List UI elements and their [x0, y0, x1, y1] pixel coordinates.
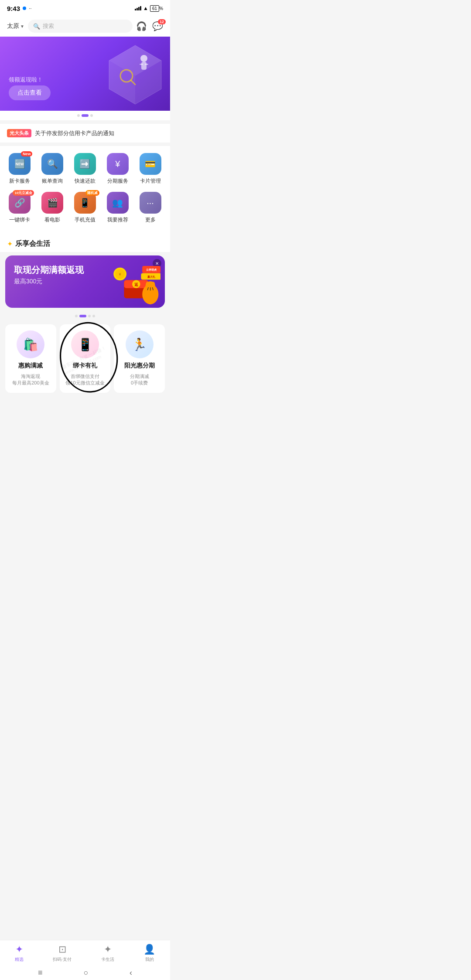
repay-label: 快速还款	[75, 177, 96, 185]
installment-icon: ¥	[107, 153, 129, 175]
section-title: ✦ 乐享会生活	[0, 234, 170, 252]
dot-1	[77, 114, 80, 117]
card-discount-title: 惠购满减	[18, 362, 43, 370]
promo-dot-4	[92, 315, 95, 317]
dot-2	[82, 114, 89, 117]
svg-text:云养萌虎: 云养萌虎	[146, 268, 157, 271]
promo-dot-2	[79, 315, 86, 317]
card-manage-label: 卡片管理	[140, 177, 161, 185]
svg-point-4	[140, 55, 147, 62]
status-dots: ··	[29, 5, 32, 11]
menu-item-refer[interactable]: 👥 我要推荐	[102, 192, 133, 224]
bind-card-icon: 🔗 10元立减金	[9, 192, 31, 214]
svg-rect-7	[145, 64, 148, 65]
svg-text:赢大礼: 赢大礼	[147, 275, 156, 278]
svg-text:¥: ¥	[119, 272, 122, 276]
dot-3	[90, 114, 93, 117]
quick-menu: 🆕 New 新卡服务 🔍 账单查询 ➡️ 快速还款 ¥	[0, 146, 170, 234]
bind-card-label: 一键绑卡	[9, 216, 30, 224]
menu-item-repay[interactable]: ➡️ 快速还款	[69, 153, 101, 185]
promo-dots	[0, 311, 170, 319]
status-time: 9:43	[7, 5, 20, 12]
menu-item-bill[interactable]: 🔍 账单查询	[37, 153, 68, 185]
card-discount-image: 🛍️	[17, 330, 44, 358]
card-bind[interactable]: 📱 绑卡有礼 首绑微信支付领10元微信立减金	[60, 324, 111, 393]
wifi-icon: ▲	[143, 5, 148, 11]
promo-decoration: 返 ¥ 云养萌虎	[104, 260, 160, 308]
notice-text: 关于停发部分信用卡产品的通知	[35, 129, 114, 137]
installment-label: 分期服务	[107, 177, 128, 185]
refer-icon: 👥	[107, 192, 129, 214]
location-selector[interactable]: 太原 ▼	[7, 22, 24, 30]
new-card-icon: 🆕 New	[9, 153, 31, 175]
location-arrow-icon: ▼	[20, 24, 24, 29]
refer-label: 我要推荐	[107, 216, 128, 224]
svg-point-20	[152, 282, 155, 286]
banner-dots	[0, 111, 170, 120]
promo-banner[interactable]: ✕ 取现分期满额返现 最高300元 返 ¥	[5, 255, 165, 308]
section-label: 乐享会生活	[15, 239, 50, 248]
svg-rect-5	[141, 62, 147, 70]
notice-tag: 光大头条	[7, 129, 31, 137]
svg-point-19	[146, 282, 149, 286]
menu-row-1: 🆕 New 新卡服务 🔍 账单查询 ➡️ 快速还款 ¥	[3, 153, 167, 185]
message-button[interactable]: 💬 12	[152, 21, 163, 31]
menu-item-installment[interactable]: ¥ 分期服务	[102, 153, 133, 185]
banner-decoration	[96, 37, 170, 111]
new-card-label: 新卡服务	[9, 177, 30, 185]
recharge-icon: 📱 随机减	[74, 192, 96, 214]
recharge-label: 手机充值	[75, 216, 96, 224]
menu-row-2: 🔗 10元立减金 一键绑卡 🎬 看电影 📱 随机减 手机充值	[3, 192, 167, 224]
repay-icon: ➡️	[74, 153, 96, 175]
menu-item-recharge[interactable]: 📱 随机减 手机充值	[69, 192, 101, 224]
header-actions: 🎧 💬 12	[136, 21, 163, 31]
more-label: 更多	[145, 216, 156, 224]
more-icon: ···	[140, 192, 161, 214]
search-icon: 🔍	[33, 23, 40, 30]
banner-cta-button[interactable]: 点击查看	[9, 85, 51, 100]
location-text: 太原	[7, 22, 19, 30]
card-discount[interactable]: 🛍️ 惠购满减 海淘返现每月最高200美金	[5, 324, 56, 393]
notice-bar[interactable]: 光大头条 关于停发部分信用卡产品的通知	[0, 124, 170, 143]
card-sunshine[interactable]: 🏃 阳光惠分期 分期满减0手续费	[114, 324, 165, 393]
header: 太原 ▼ 🔍 搜索 🎧 💬 12	[0, 16, 170, 37]
card-bind-image: 📱	[71, 330, 99, 358]
message-badge: 12	[158, 19, 166, 24]
status-bar: 9:43 ·· ▲ 61%	[0, 0, 170, 16]
card-sunshine-image: 🏃	[126, 330, 154, 358]
bill-icon: 🔍	[41, 153, 63, 175]
banner-subtitle: 领额返现啦！	[9, 76, 51, 84]
search-input[interactable]: 搜索	[43, 22, 54, 30]
movie-icon: 🎬	[41, 192, 63, 214]
card-discount-desc: 海淘返现每月最高200美金	[12, 373, 49, 387]
menu-item-card-manage[interactable]: 💳 卡片管理	[135, 153, 166, 185]
promo-dot-3	[88, 315, 91, 317]
svg-rect-6	[140, 64, 143, 65]
card-manage-icon: 💳	[140, 153, 161, 175]
search-bar[interactable]: 🔍 搜索	[28, 20, 133, 33]
card-bind-desc: 首绑微信支付领10元微信立减金	[65, 373, 104, 387]
banner-content: 领额返现啦！ 点击查看	[0, 69, 59, 111]
headset-icon[interactable]: 🎧	[136, 21, 147, 31]
menu-item-more[interactable]: ··· 更多	[135, 192, 166, 224]
movie-label: 看电影	[44, 216, 60, 224]
battery-icon: 61%	[150, 5, 163, 12]
card-bind-title: 绑卡有礼	[73, 362, 97, 370]
menu-item-movie[interactable]: 🎬 看电影	[37, 192, 68, 224]
menu-item-new-card[interactable]: 🆕 New 新卡服务	[4, 153, 35, 185]
signal-icon	[135, 6, 141, 10]
bill-label: 账单查询	[42, 177, 63, 185]
card-sunshine-title: 阳光惠分期	[124, 362, 155, 370]
menu-item-bind-card[interactable]: 🔗 10元立减金 一键绑卡	[4, 192, 35, 224]
card-sunshine-desc: 分期满减0手续费	[130, 373, 149, 387]
svg-text:返: 返	[134, 282, 139, 287]
promo-dot-1	[75, 315, 78, 317]
hero-banner: 领额返现啦！ 点击查看	[0, 37, 170, 111]
status-icons: ▲ 61%	[135, 5, 163, 12]
star-icon: ✦	[7, 240, 13, 248]
cards-section: 赚客吧，有奖一起赚！www.zuanke8.com 🛍️ 惠购满减 海淘返现每月…	[0, 321, 170, 400]
notification-dot	[23, 7, 26, 10]
